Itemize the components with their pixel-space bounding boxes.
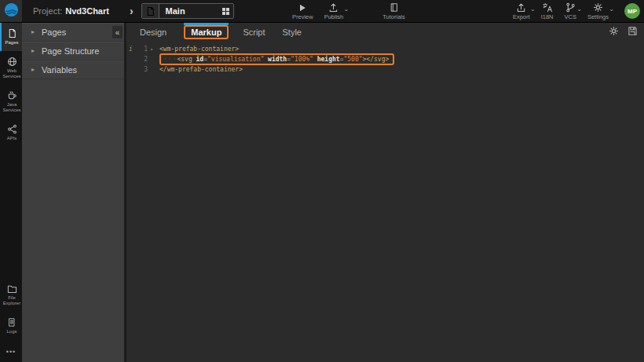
page-tab-label: Main bbox=[166, 6, 222, 16]
tab-style[interactable]: Style bbox=[283, 27, 302, 37]
page-tab-main[interactable]: Main bbox=[141, 3, 234, 19]
panel-item-label: Variables bbox=[42, 65, 77, 75]
expand-arrow-icon: ▸ bbox=[31, 47, 35, 54]
tutorials-book-icon bbox=[390, 2, 399, 13]
rail-item-file-explorer[interactable]: File Explorer bbox=[0, 278, 22, 312]
settings-label: Settings bbox=[587, 13, 609, 20]
vcs-button[interactable]: VCS ⌄ bbox=[564, 2, 576, 20]
export-icon bbox=[516, 2, 526, 13]
rail-item-label: Web Services bbox=[2, 68, 22, 79]
project-label: Project: bbox=[33, 6, 62, 16]
settings-button[interactable]: Settings ⌄ bbox=[587, 2, 609, 20]
rail-item-pages[interactable]: Pages bbox=[0, 23, 22, 51]
panel-item-page-structure[interactable]: ▸ Page Structure bbox=[22, 42, 124, 60]
coffee-cup-icon bbox=[7, 90, 17, 101]
i18n-label: I18N bbox=[541, 13, 554, 20]
line-number: 2 bbox=[135, 56, 148, 63]
folder-icon bbox=[7, 283, 17, 294]
chevron-down-icon: ⌄ bbox=[576, 6, 582, 13]
topbar-center-actions: Preview Publish ⌄ Tutorials bbox=[292, 0, 416, 22]
publish-upload-icon bbox=[328, 2, 338, 13]
chevron-down-icon: ⌄ bbox=[609, 6, 614, 13]
fold-arrow-icon[interactable]: ▾ bbox=[148, 46, 156, 52]
info-annotation-icon: i bbox=[126, 46, 135, 53]
wavemaker-logo-icon bbox=[4, 2, 19, 20]
line-number: 1 bbox=[135, 46, 148, 53]
gutter[interactable]: i 1 ▾ bbox=[126, 46, 156, 53]
code-line-highlighted[interactable]: 2 ···<svg id="visualisation" width="100%… bbox=[126, 53, 644, 65]
panel-item-variables[interactable]: ▸ Variables bbox=[22, 60, 124, 79]
code-text[interactable]: </wm-prefab-container> bbox=[159, 66, 243, 73]
rail-item-apis[interactable]: APIs bbox=[0, 119, 22, 147]
project-title: Project:Nvd3Chart bbox=[33, 6, 109, 16]
code-text[interactable]: ···<svg id="visualisation" width="100%" … bbox=[159, 53, 394, 65]
play-icon bbox=[298, 2, 307, 13]
grid-view-icon[interactable] bbox=[222, 8, 229, 15]
pages-icon bbox=[7, 27, 17, 38]
logs-file-icon bbox=[7, 316, 16, 327]
panel-item-label: Page Structure bbox=[42, 46, 99, 56]
vcs-branch-icon bbox=[565, 2, 576, 13]
activity-rail: Pages Web Services Java Services APIs bbox=[0, 23, 22, 362]
app-logo[interactable] bbox=[0, 0, 22, 22]
i18n-button[interactable]: I18N bbox=[541, 2, 554, 20]
project-name: Nvd3Chart bbox=[65, 6, 109, 16]
chevron-down-icon: ⌄ bbox=[530, 6, 536, 13]
save-icon[interactable] bbox=[628, 25, 638, 39]
annotation-highlight-box: ···<svg id="visualisation" width="100%" … bbox=[159, 53, 394, 65]
editor-toolbar-icons bbox=[609, 25, 644, 39]
settings-gear-icon bbox=[593, 2, 603, 13]
rail-spacer bbox=[0, 147, 22, 278]
top-bar: Project:Nvd3Chart › Main Preview Publish bbox=[0, 0, 644, 23]
page-file-icon bbox=[142, 4, 159, 18]
api-nodes-icon bbox=[7, 123, 17, 134]
preview-button[interactable]: Preview bbox=[292, 2, 313, 20]
expand-arrow-icon: ▸ bbox=[31, 66, 35, 73]
indent-dots: ··· bbox=[163, 56, 177, 63]
rail-item-label: Logs bbox=[6, 329, 16, 335]
line-number: 3 bbox=[135, 66, 148, 73]
rail-item-label: Java Services bbox=[2, 102, 22, 113]
panel-item-label: Pages bbox=[42, 27, 66, 37]
rail-item-web-services[interactable]: Web Services bbox=[0, 51, 22, 85]
rail-item-java-services[interactable]: Java Services bbox=[0, 85, 22, 119]
panel-item-pages[interactable]: ▸ Pages bbox=[22, 23, 124, 42]
rail-item-label: Pages bbox=[5, 40, 18, 46]
tutorials-button[interactable]: Tutorials bbox=[382, 2, 404, 20]
preview-label: Preview bbox=[292, 13, 313, 20]
tab-script[interactable]: Script bbox=[243, 27, 265, 37]
gutter[interactable]: 3 bbox=[126, 66, 156, 73]
export-button[interactable]: Export ⌄ bbox=[513, 2, 530, 20]
tab-design[interactable]: Design bbox=[140, 27, 166, 37]
publish-button[interactable]: Publish ⌄ bbox=[324, 2, 344, 20]
editor-area: Design Markup Script Style i bbox=[124, 23, 644, 362]
rail-item-label: File Explorer bbox=[2, 295, 22, 306]
code-editor[interactable]: i 1 ▾ <wm-prefab-container> 2 ···<svg id… bbox=[126, 42, 644, 362]
vcs-label: VCS bbox=[564, 13, 576, 20]
gutter[interactable]: 2 bbox=[126, 56, 156, 63]
code-line[interactable]: i 1 ▾ <wm-prefab-container> bbox=[126, 45, 644, 53]
i18n-translate-icon bbox=[542, 2, 553, 13]
expand-arrow-icon: ▸ bbox=[31, 28, 35, 35]
topbar-right-actions: Export ⌄ I18N VCS ⌄ Settings bbox=[513, 2, 644, 20]
rail-item-label: APIs bbox=[7, 136, 17, 141]
more-options-ellipsis-icon[interactable]: ••• bbox=[0, 340, 22, 362]
left-panel: ▸ Pages ▸ Page Structure ▸ Variables « bbox=[22, 23, 124, 362]
code-line[interactable]: 3 </wm-prefab-container> bbox=[126, 65, 644, 74]
chevron-down-icon: ⌄ bbox=[344, 6, 349, 13]
wavemaker-studio: Project:Nvd3Chart › Main Preview Publish bbox=[0, 0, 644, 362]
publish-label: Publish bbox=[324, 13, 344, 20]
collapse-panel-button[interactable]: « bbox=[112, 26, 123, 38]
tutorials-label: Tutorials bbox=[382, 13, 404, 20]
globe-icon bbox=[7, 56, 17, 67]
export-label: Export bbox=[513, 13, 530, 20]
editor-settings-gear-icon[interactable] bbox=[609, 25, 619, 39]
code-text[interactable]: <wm-prefab-container> bbox=[159, 46, 239, 53]
rail-item-logs[interactable]: Logs bbox=[0, 312, 22, 340]
main-area: Pages Web Services Java Services APIs bbox=[0, 23, 644, 362]
user-avatar[interactable]: MP bbox=[624, 3, 640, 19]
tab-markup[interactable]: Markup bbox=[184, 25, 229, 39]
chevron-right-icon[interactable]: › bbox=[130, 5, 134, 17]
editor-tab-bar: Design Markup Script Style bbox=[126, 23, 644, 42]
